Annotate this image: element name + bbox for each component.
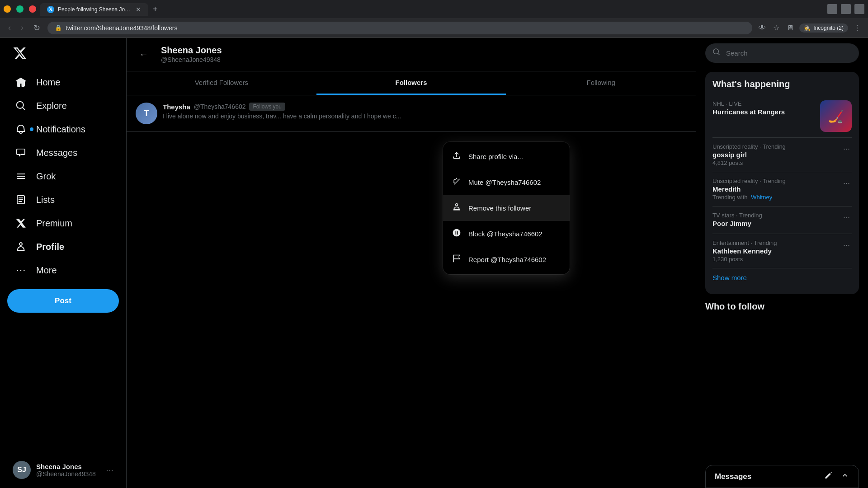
sidebar-item-lists-label: Lists (36, 195, 55, 205)
trending-category-gossip: Unscripted reality · Trending (712, 143, 786, 150)
trending-header-poorjimmy: TV stars · Trending Poor Jimmy ··· (712, 212, 852, 228)
address-bar[interactable]: 🔒 twitter.com/SheenaJone49348/followers (47, 22, 752, 34)
tab-title: People following Sheena Jones... (58, 6, 132, 13)
incognito-label: Incognito (2) (813, 25, 844, 31)
window-close-btn[interactable] (854, 4, 864, 14)
home-icon (14, 76, 27, 89)
trending-text: Unscripted reality · Trending gossip gir… (712, 143, 786, 166)
context-item-share[interactable]: Share profile via... (443, 144, 570, 169)
star-icon[interactable]: ☆ (771, 22, 781, 34)
trending-dots-kathleen[interactable]: ··· (841, 239, 852, 251)
trending-header: Unscripted reality · Trending gossip gir… (712, 143, 852, 166)
sidebar-user-footer[interactable]: SJ Sheena Jones @SheenaJone49348 ··· (7, 455, 119, 484)
sidebar-item-grok[interactable]: Grok (7, 164, 119, 188)
context-menu: Share profile via... Mute @Theysha746602… (443, 142, 570, 274)
sidebar-item-notifications-label: Notifications (36, 124, 85, 135)
trending-text-poorjimmy: TV stars · Trending Poor Jimmy (712, 212, 762, 228)
sidebar-item-notifications[interactable]: Notifications (7, 117, 119, 141)
cast-icon[interactable]: 🖥 (785, 22, 796, 34)
hockey-icon: 🏒 (828, 109, 844, 124)
context-item-mute-label: Mute @Theysha746602 (468, 178, 541, 186)
trending-meta-link-meredith[interactable]: Whitney (751, 194, 772, 201)
browser-back-btn[interactable]: ‹ (5, 21, 14, 34)
trending-topic-gossip: gossip girl (712, 151, 786, 159)
browser-forward-btn[interactable]: › (18, 21, 26, 34)
sidebar: Home Explore Notifications Messages (0, 38, 127, 488)
browser-tab-active[interactable]: 𝕏 People following Sheena Jones... ✕ (40, 3, 148, 16)
browser-close[interactable] (29, 5, 36, 13)
follower-details: Theysha @Theysha746602 Follows you I liv… (163, 103, 687, 120)
sidebar-item-premium-label: Premium (36, 218, 72, 229)
search-input[interactable] (726, 49, 852, 57)
browser-minimize[interactable] (4, 5, 11, 13)
follows-you-badge: Follows you (249, 103, 285, 111)
browser-chrome: 𝕏 People following Sheena Jones... ✕ + ‹… (0, 0, 868, 38)
browser-maximize[interactable] (16, 5, 24, 13)
sidebar-item-more-label: More (36, 265, 57, 276)
share-icon (452, 151, 461, 162)
sidebar-item-messages[interactable]: Messages (7, 141, 119, 164)
whats-happening-widget: What's happening NHL · LIVE Hurricanes a… (705, 72, 859, 294)
sidebar-item-premium[interactable]: Premium (7, 211, 119, 235)
tab-close-icon[interactable]: ✕ (136, 6, 141, 13)
more-icon: ⋯ (14, 264, 27, 277)
sidebar-user-more-icon[interactable]: ··· (106, 465, 113, 475)
post-button[interactable]: Post (7, 289, 119, 313)
tab-following[interactable]: Following (506, 71, 696, 95)
trending-top-text: NHL · LIVE Hurricanes at Rangers (712, 100, 815, 132)
sidebar-item-profile[interactable]: Profile (7, 235, 119, 258)
mute-icon (452, 177, 461, 188)
premium-icon (14, 217, 27, 230)
trending-header-kathleen: Entertainment · Trending Kathleen Kenned… (712, 239, 852, 263)
tab-verified-followers[interactable]: Verified Followers (127, 71, 316, 95)
sidebar-item-explore[interactable]: Explore (7, 94, 119, 117)
new-tab-button[interactable]: + (149, 3, 161, 16)
window-minimize-btn[interactable] (827, 4, 837, 14)
window-restore-btn[interactable] (841, 4, 851, 14)
report-icon (452, 254, 461, 265)
trending-item-kathleen[interactable]: Entertainment · Trending Kathleen Kenned… (712, 234, 852, 268)
compose-message-icon[interactable] (824, 471, 833, 482)
back-button[interactable]: ← (136, 46, 152, 63)
profile-icon (14, 240, 27, 253)
trending-item-hurricanes[interactable]: NHL · LIVE Hurricanes at Rangers 🏒 (712, 95, 852, 138)
browser-refresh-btn[interactable]: ↻ (31, 21, 43, 35)
context-item-report[interactable]: Report @Theysha746602 (443, 247, 570, 272)
messages-bar[interactable]: Messages (705, 465, 859, 488)
lists-icon (14, 193, 27, 206)
context-item-mute[interactable]: Mute @Theysha746602 (443, 169, 570, 195)
search-icon (712, 48, 721, 58)
trending-item-poorjimmy[interactable]: TV stars · Trending Poor Jimmy ··· (712, 206, 852, 234)
context-item-remove[interactable]: Remove this follower (443, 195, 570, 221)
trending-with-text: Trending with (712, 194, 748, 201)
eye-off-icon[interactable]: 👁 (757, 22, 768, 34)
sidebar-item-home[interactable]: Home (7, 70, 119, 94)
trending-dots-gossip[interactable]: ··· (841, 143, 852, 155)
sidebar-item-lists[interactable]: Lists (7, 188, 119, 211)
messages-icon (14, 146, 27, 159)
sidebar-item-more[interactable]: ⋯ More (7, 258, 119, 282)
trending-dots-meredith[interactable]: ··· (841, 178, 852, 189)
trending-meta-kathleen: 1,230 posts (712, 256, 777, 263)
tab-followers[interactable]: Followers (316, 71, 506, 95)
trending-item-gossip[interactable]: Unscripted reality · Trending gossip gir… (712, 138, 852, 172)
whats-happening-title: What's happening (712, 79, 852, 89)
trending-item-meredith[interactable]: Unscripted reality · Trending Meredith T… (712, 172, 852, 206)
trending-dots-poorjimmy[interactable]: ··· (841, 212, 852, 223)
sidebar-item-explore-label: Explore (36, 101, 67, 111)
sidebar-user-name: Sheena Jones (36, 463, 100, 470)
collapse-messages-icon[interactable] (840, 471, 849, 482)
menu-icon[interactable]: ⋮ (852, 22, 863, 34)
context-item-report-label: Report @Theysha746602 (468, 256, 546, 263)
trending-category-hurricanes: NHL · LIVE (712, 100, 815, 107)
context-item-block[interactable]: Block @Theysha746602 (443, 221, 570, 247)
search-box[interactable] (705, 43, 859, 63)
sidebar-logo[interactable] (7, 42, 119, 67)
sidebar-item-profile-label: Profile (36, 242, 64, 252)
show-more-link[interactable]: Show more (712, 268, 852, 287)
trending-category-meredith: Unscripted reality · Trending (712, 178, 786, 184)
follower-name: Theysha (163, 103, 190, 111)
trending-topic-meredith: Meredith (712, 185, 786, 193)
sidebar-user-info: Sheena Jones @SheenaJone49348 (36, 463, 100, 478)
main-header: ← Sheena Jones @SheenaJone49348 (127, 38, 696, 71)
